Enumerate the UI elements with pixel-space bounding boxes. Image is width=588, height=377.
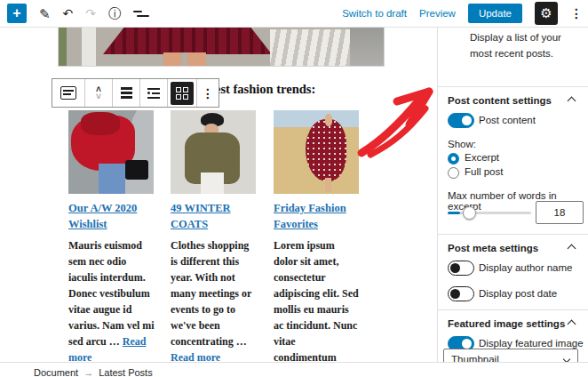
post-title-link[interactable]: Our A/W 2020 Wishlist <box>68 200 155 232</box>
hero-green-edge <box>59 28 67 66</box>
settings-gear-icon[interactable]: ⚙ <box>535 2 558 25</box>
thumb-black-bag-shape <box>125 160 148 180</box>
list-view-layout-button[interactable] <box>140 79 168 107</box>
editor-canvas: ˄ ˅ ⋮ est fashion trends: Our A/W <box>0 27 436 362</box>
toggle-knob <box>450 263 460 273</box>
update-button[interactable]: Update <box>468 4 522 23</box>
breadcrumb-arrow: → <box>83 367 93 377</box>
thumb-leg-shape <box>325 178 331 192</box>
display-post-date-label: Display post date <box>479 288 557 299</box>
show-label: Show: <box>448 139 476 149</box>
sidebar-divider <box>438 309 588 310</box>
redo-icon[interactable]: ↷ <box>85 7 96 20</box>
post-title-link[interactable]: Friday Fashion Favorites <box>274 200 360 232</box>
chevron-up-icon <box>568 244 576 251</box>
block-options-ellipsis-icon: ⋮ <box>202 86 214 100</box>
sidebar-divider <box>438 234 588 235</box>
switch-to-draft-button[interactable]: Switch to draft <box>342 8 407 19</box>
max-words-input[interactable] <box>536 201 584 224</box>
block-description: Display a list of your most recent posts… <box>470 30 580 62</box>
radio-full-post[interactable] <box>448 167 459 179</box>
options-ellipsis-icon[interactable]: ⋮ <box>570 6 583 20</box>
undo-icon[interactable]: ↶ <box>63 7 74 20</box>
post-thumbnail-red-coat[interactable] <box>68 110 154 194</box>
paragraph-heading-fragment[interactable]: est fashion trends: <box>215 82 315 97</box>
block-mover[interactable]: ˄ ˅ <box>85 79 113 107</box>
block-type-icon <box>60 86 76 100</box>
block-toolbar: ˄ ˅ ⋮ <box>52 78 219 108</box>
preview-button[interactable]: Preview <box>419 8 456 19</box>
list-view-icon[interactable] <box>133 11 146 17</box>
list-layout-icon <box>147 88 160 99</box>
post-excerpt-text: Lorem ipsum dolor sit amet, consectetur … <box>274 239 359 362</box>
hero-fence-railing <box>270 29 350 66</box>
radio-full-post-label: Full post <box>465 166 503 177</box>
sidebar-divider <box>438 86 588 87</box>
post-thumbnail-polka-dress[interactable] <box>274 110 359 194</box>
chevron-up-icon <box>568 96 576 103</box>
featured-image-settings-title: Featured image settings <box>448 318 565 329</box>
thumb-white-shirt-shape <box>201 172 224 194</box>
post-content-toggle[interactable] <box>448 113 474 128</box>
toggle-knob <box>450 289 460 299</box>
latest-posts-block-icon[interactable] <box>52 79 85 107</box>
featured-image-settings-header[interactable]: Featured image settings <box>448 318 579 329</box>
hero-fence-post <box>82 28 96 66</box>
grid-layout-icon <box>171 82 194 105</box>
latest-post-card: Our A/W 2020 Wishlist Mauris euismod sem… <box>68 110 155 362</box>
change-alignment-button[interactable] <box>113 79 140 107</box>
display-post-date-toggle[interactable] <box>448 286 474 301</box>
toggle-knob <box>462 116 472 125</box>
post-title-link[interactable]: 49 WINTER COATS <box>171 200 257 232</box>
editor-top-bar: + ✎ ↶ ↷ ⓘ Switch to draft Preview Update… <box>0 0 588 28</box>
display-author-name-label: Display author name <box>479 262 572 273</box>
hero-maroon-skirt <box>103 27 272 54</box>
latest-post-card: 49 WINTER COATS Clothes shopping is diff… <box>171 110 257 362</box>
slider-fill <box>448 212 460 214</box>
top-bar-left-tools: + ✎ ↶ ↷ ⓘ <box>7 0 146 27</box>
block-settings-sidebar: Display a list of your most recent posts… <box>437 27 588 362</box>
edit-mode-pencil-icon[interactable]: ✎ <box>39 7 51 20</box>
radio-excerpt-label: Excerpt <box>465 152 499 163</box>
latest-post-card: Friday Fashion Favorites Lorem ipsum dol… <box>274 110 360 362</box>
post-excerpt: Mauris euismod sem nec odio iaculis inte… <box>68 237 155 362</box>
block-inserter-button[interactable]: + <box>7 4 27 23</box>
thumb-jeans-shape <box>99 164 125 194</box>
hero-road <box>350 28 384 66</box>
grid-view-layout-button[interactable] <box>168 79 197 107</box>
thumb-arm-shape <box>325 114 332 126</box>
top-bar-right-actions: Switch to draft Preview Update ⚙ ⋮ <box>342 0 583 27</box>
hero-featured-image[interactable] <box>58 27 385 67</box>
hero-leg-gap <box>181 52 187 66</box>
post-content-settings-title: Post content settings <box>448 95 552 106</box>
thumb-polka-dress-shape <box>306 119 346 181</box>
thumb-red-coat-shade <box>81 112 120 135</box>
alignment-icon <box>121 87 132 99</box>
post-excerpt-text: Clothes shopping is different this year.… <box>171 239 251 348</box>
breadcrumb-block-name: Latest Posts <box>99 367 153 377</box>
radio-excerpt[interactable] <box>448 153 459 164</box>
post-content-settings-header[interactable]: Post content settings <box>448 95 579 106</box>
post-excerpt-text: Mauris euismod sem nec odio iaculis inte… <box>68 239 155 348</box>
slider-handle[interactable] <box>463 206 476 220</box>
move-down-icon: ˅ <box>96 93 101 100</box>
breadcrumb-document[interactable]: Document <box>34 367 78 377</box>
chevron-up-icon <box>568 319 576 326</box>
display-featured-image-label: Display featured image <box>479 338 584 349</box>
editor-footer-bar: Document → Latest Posts <box>0 362 588 377</box>
max-words-slider[interactable] <box>448 212 531 214</box>
info-icon[interactable]: ⓘ <box>108 7 121 20</box>
read-more-link[interactable]: Read more <box>171 351 220 362</box>
breadcrumb: Document → Latest Posts <box>34 367 153 377</box>
toggle-knob <box>462 339 472 349</box>
post-content-toggle-label: Post content <box>479 115 536 125</box>
post-meta-settings-title: Post meta settings <box>448 243 538 253</box>
post-excerpt: Lorem ipsum dolor sit amet, consectetur … <box>274 237 360 362</box>
display-author-name-toggle[interactable] <box>448 261 474 276</box>
post-thumbnail-winter-coat[interactable] <box>171 110 256 194</box>
block-options-button[interactable]: ⋮ <box>197 79 219 107</box>
post-meta-settings-header[interactable]: Post meta settings <box>448 243 579 253</box>
post-excerpt: Clothes shopping is different this year.… <box>171 237 257 362</box>
